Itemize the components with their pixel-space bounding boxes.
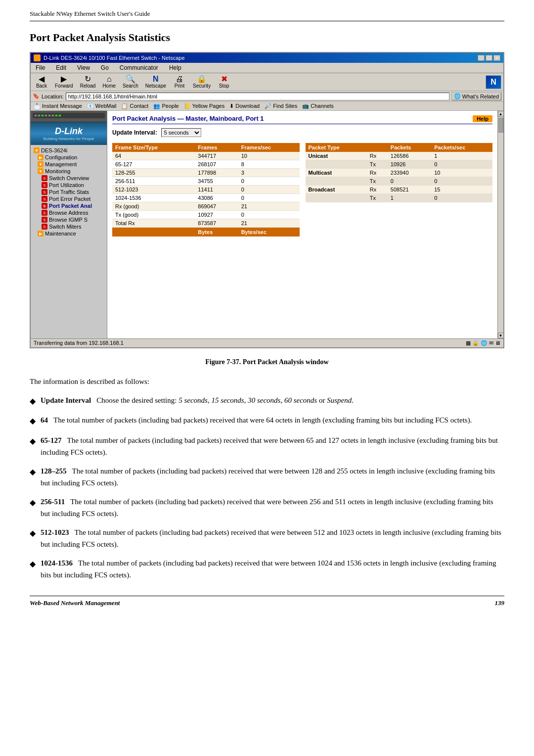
status-text: Transferring data from 192.168.168.1 bbox=[34, 340, 124, 346]
menu-view[interactable]: View bbox=[75, 64, 92, 72]
bookmark-contact[interactable]: 📋 Contact bbox=[120, 103, 149, 109]
close-button[interactable]: × bbox=[493, 55, 500, 61]
sidebar-item-monitoring[interactable]: ▼ Monitoring bbox=[32, 168, 106, 175]
folder-icon: ▼ bbox=[38, 161, 44, 167]
stop-icon: ✖ bbox=[221, 75, 227, 83]
cell-type: Unicast bbox=[306, 152, 367, 160]
sidebar-item-label: Browse IGMP S bbox=[49, 217, 88, 223]
reload-button[interactable]: ↻ Reload bbox=[78, 75, 98, 89]
cell-size: Tx (good) bbox=[112, 211, 195, 219]
list-item-64: ◆ 64 The total number of packets (includ… bbox=[30, 414, 504, 427]
col-packets-sec: Packets/sec bbox=[431, 143, 492, 152]
menu-communicator[interactable]: Communicator bbox=[118, 64, 160, 72]
content-section-title: Port Packet Analysis — Master, Mainboard… bbox=[112, 115, 492, 124]
cell-type bbox=[306, 160, 367, 169]
menu-help[interactable]: Help bbox=[167, 64, 183, 72]
port-indicator bbox=[38, 114, 41, 117]
dlink-header: D-Link Building Networks for People bbox=[31, 122, 107, 145]
list-item-update-interval: ◆ Update Interval Choose the desired set… bbox=[30, 394, 504, 408]
sidebar-item-des3624i[interactable]: ▼ DES-3624i bbox=[32, 147, 106, 154]
folder-icon: ▼ bbox=[34, 147, 40, 153]
sidebar-item-label: Port Utilization bbox=[49, 182, 84, 188]
bookmark-instant-message[interactable]: 📩 Instant Message bbox=[33, 103, 83, 109]
bookmark-findsites[interactable]: 🔎 Find Sites bbox=[264, 103, 298, 109]
bookmark-webmail[interactable]: 📧 WebMail bbox=[86, 103, 118, 109]
item-icon: S bbox=[42, 224, 47, 230]
cell-fps: 10 bbox=[238, 152, 300, 160]
col-packets: Packets bbox=[388, 143, 431, 152]
whats-related-button[interactable]: 🌐 What's Related bbox=[451, 92, 501, 100]
sidebar-item-management[interactable]: ▼ Management bbox=[32, 161, 106, 168]
security-button[interactable]: 🔒 Security bbox=[190, 75, 213, 89]
sidebar-item-port-error[interactable]: S Port Error Packet bbox=[32, 195, 106, 202]
titlebar-controls[interactable]: _ □ × bbox=[478, 55, 500, 61]
bookmark-people[interactable]: 👥 People bbox=[152, 103, 179, 109]
table-row: Tx (good) 10927 0 bbox=[112, 211, 300, 219]
sidebar-item-port-traffic[interactable]: S Port Traffic Stats bbox=[32, 189, 106, 195]
cell-dir: Rx bbox=[367, 169, 388, 177]
col-frames-sec: Frames/sec bbox=[238, 143, 300, 152]
help-button[interactable]: Help bbox=[473, 115, 492, 122]
home-button[interactable]: ⌂ Home bbox=[100, 75, 118, 89]
sidebar-item-label: Port Error Packet bbox=[49, 196, 90, 202]
search-button[interactable]: 🔍 Search bbox=[120, 75, 141, 89]
sidebar-item-label: Switch Miters bbox=[49, 224, 81, 230]
cell-pps: 0 bbox=[431, 160, 492, 169]
scroll-thumb[interactable] bbox=[498, 118, 503, 133]
menu-file[interactable]: File bbox=[34, 64, 47, 72]
cell-pps: 0 bbox=[431, 177, 492, 186]
forward-button[interactable]: ▶ Forward bbox=[52, 75, 76, 89]
list-item-256-511: ◆ 256-511 The total number of packets (i… bbox=[30, 496, 504, 520]
menu-edit[interactable]: Edit bbox=[54, 64, 68, 72]
browser-icon bbox=[34, 54, 41, 61]
sidebar-item-switch-overview[interactable]: S Switch Overview bbox=[32, 175, 106, 182]
print-button[interactable]: 🖨 Print bbox=[171, 75, 188, 89]
cell-dir: Tx bbox=[367, 160, 388, 169]
maximize-button[interactable]: □ bbox=[486, 55, 492, 61]
diamond-icon: ◆ bbox=[30, 558, 36, 581]
back-label: Back bbox=[36, 83, 47, 89]
sidebar-item-configuration[interactable]: ▶ Configuration bbox=[32, 154, 106, 161]
update-interval-select[interactable]: 5 seconds 15 seconds 30 seconds 60 secon… bbox=[161, 128, 201, 137]
item-icon: S bbox=[42, 217, 47, 223]
location-input[interactable] bbox=[66, 93, 449, 100]
minimize-button[interactable]: _ bbox=[478, 55, 485, 61]
cell-size: 512-1023 bbox=[112, 186, 195, 194]
netscape-button[interactable]: N Netscape bbox=[143, 75, 169, 89]
bytes-header-row: Bytes Bytes/sec bbox=[112, 228, 300, 237]
figure-caption: Figure 7-37. Port Packet Analysis window bbox=[30, 358, 504, 366]
back-button[interactable]: ◀ Back bbox=[33, 75, 50, 89]
sidebar-item-label: Configuration bbox=[45, 154, 77, 160]
port-indicator-active bbox=[58, 114, 61, 117]
body-intro: The information is described as follows: bbox=[30, 376, 504, 387]
bookmark-yellowpages[interactable]: 📒 Yellow Pages bbox=[183, 103, 226, 109]
item-icon: S bbox=[42, 175, 47, 181]
sidebar-tree: ▼ DES-3624i ▶ Configuration ▼ Management… bbox=[31, 145, 107, 239]
cell-frames: 268107 bbox=[195, 160, 238, 169]
sidebar-item-browse-address[interactable]: S Browse Address bbox=[32, 209, 106, 216]
sidebar-item-maintenance[interactable]: ▶ Maintenance bbox=[32, 230, 106, 237]
sidebar-item-browse-igmp[interactable]: S Browse IGMP S bbox=[32, 216, 106, 223]
sidebar-item-switch-miters[interactable]: S Switch Miters bbox=[32, 223, 106, 230]
frame-size-table-area: Frame Size/Type Frames Frames/sec 64 344… bbox=[112, 143, 300, 236]
menu-go[interactable]: Go bbox=[99, 64, 111, 72]
location-label: Location: bbox=[42, 94, 64, 99]
sidebar-item-port-utilization[interactable]: S Port Utilization bbox=[32, 182, 106, 189]
sidebar-item-port-packet-anal[interactable]: S Port Packet Anal bbox=[32, 202, 106, 209]
browser-scrollbar[interactable]: ▲ ▼ bbox=[497, 111, 503, 338]
netscape-logo: N bbox=[486, 75, 501, 89]
table-row: Multicast Rx 233940 10 bbox=[306, 169, 493, 177]
scroll-down-button[interactable]: ▼ bbox=[498, 332, 504, 338]
table-row: Tx 0 0 bbox=[306, 177, 493, 186]
stop-button[interactable]: ✖ Stop bbox=[215, 75, 233, 89]
bookmark-download[interactable]: ⬇ Download bbox=[228, 103, 261, 109]
sidebar-item-label: Switch Overview bbox=[49, 175, 89, 181]
bullet-term: 128–255 bbox=[41, 467, 67, 475]
table-row: Broadcast Rx 508521 15 bbox=[306, 186, 493, 194]
folder-icon: ▶ bbox=[38, 231, 44, 236]
scroll-up-button[interactable]: ▲ bbox=[498, 111, 504, 117]
bookmark-channels[interactable]: 📺 Channels bbox=[301, 103, 335, 109]
security-icon: 🔒 bbox=[197, 75, 207, 83]
diamond-icon: ◆ bbox=[30, 415, 36, 427]
bullet-content: 1024-1536 The total number of packets (i… bbox=[41, 557, 504, 581]
